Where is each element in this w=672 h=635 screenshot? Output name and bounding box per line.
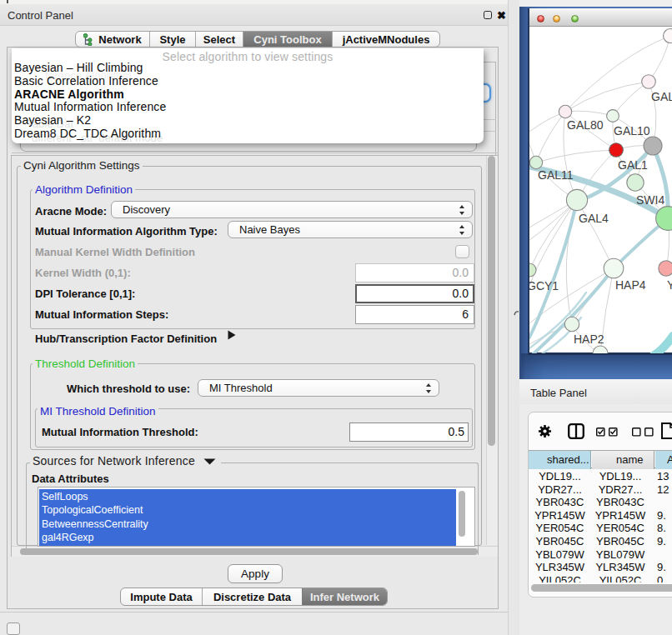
- svg-text:HAP2: HAP2: [574, 332, 604, 346]
- svg-text:HAP4: HAP4: [615, 278, 646, 292]
- svg-text:GAL11: GAL11: [538, 168, 574, 182]
- svg-text:GAL4: GAL4: [579, 212, 609, 225]
- svg-text:GAL80: GAL80: [567, 118, 604, 132]
- svg-text:GAL10: GAL10: [614, 124, 650, 138]
- svg-text:GCY1: GCY1: [529, 279, 559, 292]
- svg-text:YM: YM: [667, 278, 672, 292]
- svg-text:GAL1: GAL1: [618, 158, 648, 172]
- svg-text:SWI4: SWI4: [636, 193, 664, 207]
- svg-text:GAL2: GAL2: [651, 90, 672, 103]
